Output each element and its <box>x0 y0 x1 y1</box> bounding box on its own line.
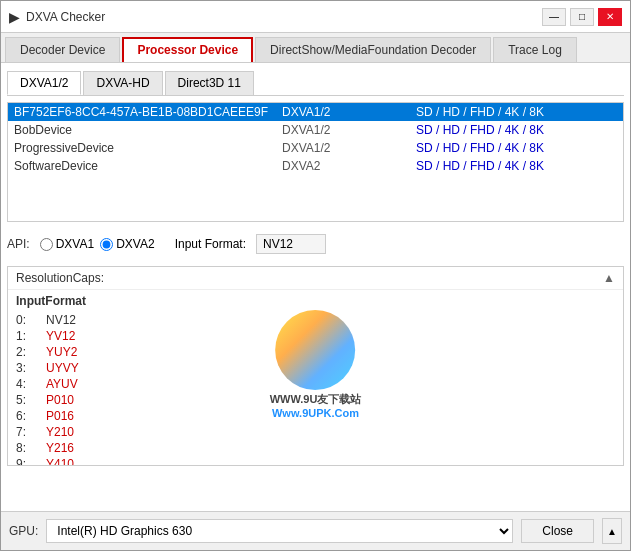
format-index: 1: <box>16 329 46 343</box>
scroll-up-button[interactable]: ▲ <box>602 518 622 544</box>
device-type: DXVA2 <box>282 159 416 173</box>
format-value: P016 <box>46 409 74 423</box>
device-name: BF752EF6-8CC4-457A-BE1B-08BD1CAEEE9F <box>14 105 282 119</box>
device-list[interactable]: BF752EF6-8CC4-457A-BE1B-08BD1CAEEE9F DXV… <box>7 102 624 222</box>
app-icon: ▶ <box>9 9 20 25</box>
api-label: API: <box>7 237 30 251</box>
maximize-button[interactable]: □ <box>570 8 594 26</box>
device-name: SoftwareDevice <box>14 159 282 173</box>
format-value: UYVY <box>46 361 79 375</box>
format-index: 8: <box>16 441 46 455</box>
format-value: Y216 <box>46 441 74 455</box>
api-row: API: DXVA1 DXVA2 Input Format: <box>7 230 624 258</box>
gpu-label: GPU: <box>9 524 38 538</box>
radio-dxva1-label: DXVA1 <box>56 237 94 251</box>
tab-direct3d11[interactable]: Direct3D 11 <box>165 71 254 95</box>
format-section-title: InputFormat <box>16 294 615 308</box>
format-value: NV12 <box>46 313 76 327</box>
resolution-title: ResolutionCaps: <box>16 271 104 285</box>
device-row[interactable]: BobDevice DXVA1/2 SD / HD / FHD / 4K / 8… <box>8 121 623 139</box>
format-row: 0: NV12 <box>16 312 615 328</box>
main-tab-bar: Decoder Device Processor Device DirectSh… <box>1 33 630 63</box>
scroll-up-arrow[interactable]: ▲ <box>603 271 615 285</box>
window-title: DXVA Checker <box>26 10 105 24</box>
format-value: AYUV <box>46 377 78 391</box>
tab-dxva12[interactable]: DXVA1/2 <box>7 71 81 95</box>
format-index: 4: <box>16 377 46 391</box>
device-row[interactable]: BF752EF6-8CC4-457A-BE1B-08BD1CAEEE9F DXV… <box>8 103 623 121</box>
bottom-bar: GPU: Intel(R) HD Graphics 630 Close ▲ <box>1 511 630 550</box>
format-row: 9: Y410 <box>16 456 615 465</box>
resolution-section: ResolutionCaps: ▲ WWW.9U友下载站 Www.9UPK.Co… <box>7 266 624 466</box>
format-value: Y210 <box>46 425 74 439</box>
radio-dxva2-label: DXVA2 <box>116 237 154 251</box>
api-radio-group: DXVA1 DXVA2 <box>40 237 155 251</box>
title-controls: — □ ✕ <box>542 8 622 26</box>
device-name: BobDevice <box>14 123 282 137</box>
format-row: 7: Y210 <box>16 424 615 440</box>
format-row: 4: AYUV <box>16 376 615 392</box>
tab-processor-device[interactable]: Processor Device <box>122 37 253 62</box>
device-caps: SD / HD / FHD / 4K / 8K <box>416 123 617 137</box>
minimize-button[interactable]: — <box>542 8 566 26</box>
format-index: 9: <box>16 457 46 465</box>
radio-dxva2[interactable]: DXVA2 <box>100 237 154 251</box>
format-row: 6: P016 <box>16 408 615 424</box>
device-row[interactable]: ProgressiveDevice DXVA1/2 SD / HD / FHD … <box>8 139 623 157</box>
format-value: Y410 <box>46 457 74 465</box>
format-index: 2: <box>16 345 46 359</box>
sub-tab-bar: DXVA1/2 DXVA-HD Direct3D 11 <box>7 69 624 96</box>
format-value: P010 <box>46 393 74 407</box>
resolution-content[interactable]: WWW.9U友下载站 Www.9UPK.Com InputFormat 0: N… <box>8 290 623 465</box>
radio-dxva2-input[interactable] <box>100 238 113 251</box>
format-value: YUY2 <box>46 345 77 359</box>
device-type: DXVA1/2 <box>282 105 416 119</box>
format-index: 7: <box>16 425 46 439</box>
format-row: 3: UYVY <box>16 360 615 376</box>
radio-dxva1[interactable]: DXVA1 <box>40 237 94 251</box>
device-caps: SD / HD / FHD / 4K / 8K <box>416 105 617 119</box>
format-row: 2: YUY2 <box>16 344 615 360</box>
format-row: 8: Y216 <box>16 440 615 456</box>
radio-dxva1-input[interactable] <box>40 238 53 251</box>
input-format-section: InputFormat 0: NV12 1: YV12 2: YUY2 3: <box>16 294 615 465</box>
tab-directshow[interactable]: DirectShow/MediaFoundation Decoder <box>255 37 491 62</box>
title-bar: ▶ DXVA Checker — □ ✕ <box>1 1 630 33</box>
device-type: DXVA1/2 <box>282 141 416 155</box>
content-area: DXVA1/2 DXVA-HD Direct3D 11 BF752EF6-8CC… <box>1 63 630 511</box>
main-window: ▶ DXVA Checker — □ ✕ Decoder Device Proc… <box>0 0 631 551</box>
format-index: 6: <box>16 409 46 423</box>
input-format-input[interactable] <box>256 234 326 254</box>
device-name: ProgressiveDevice <box>14 141 282 155</box>
device-caps: SD / HD / FHD / 4K / 8K <box>416 159 617 173</box>
format-row: 1: YV12 <box>16 328 615 344</box>
format-index: 0: <box>16 313 46 327</box>
input-format-label: Input Format: <box>175 237 246 251</box>
resolution-header: ResolutionCaps: ▲ <box>8 267 623 290</box>
window-close-button[interactable]: ✕ <box>598 8 622 26</box>
close-button[interactable]: Close <box>521 519 594 543</box>
device-row[interactable]: SoftwareDevice DXVA2 SD / HD / FHD / 4K … <box>8 157 623 175</box>
device-type: DXVA1/2 <box>282 123 416 137</box>
format-index: 3: <box>16 361 46 375</box>
device-caps: SD / HD / FHD / 4K / 8K <box>416 141 617 155</box>
format-value: YV12 <box>46 329 75 343</box>
gpu-select[interactable]: Intel(R) HD Graphics 630 <box>46 519 513 543</box>
format-row: 5: P010 <box>16 392 615 408</box>
tab-trace-log[interactable]: Trace Log <box>493 37 577 62</box>
title-bar-left: ▶ DXVA Checker <box>9 9 105 25</box>
format-index: 5: <box>16 393 46 407</box>
tab-dxva-hd[interactable]: DXVA-HD <box>83 71 162 95</box>
tab-decoder-device[interactable]: Decoder Device <box>5 37 120 62</box>
